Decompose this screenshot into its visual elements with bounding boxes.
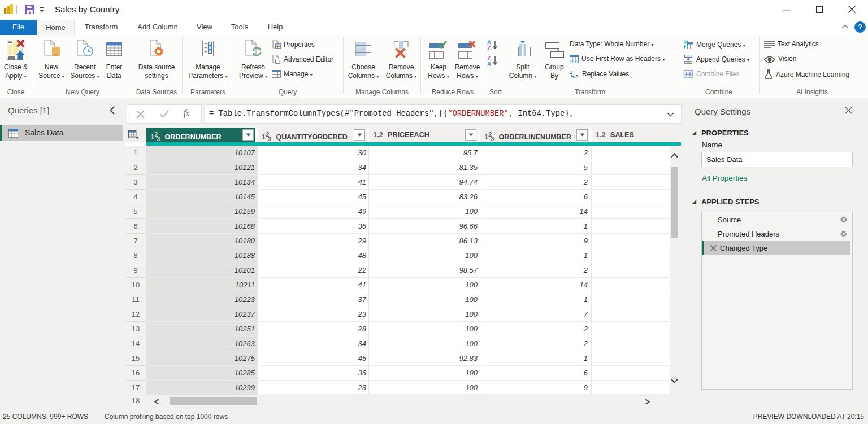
svg-text:A: A bbox=[487, 61, 491, 67]
svg-text:Z: Z bbox=[487, 45, 491, 51]
svg-text:2: 2 bbox=[575, 74, 578, 78]
svg-text:1: 1 bbox=[570, 69, 572, 75]
